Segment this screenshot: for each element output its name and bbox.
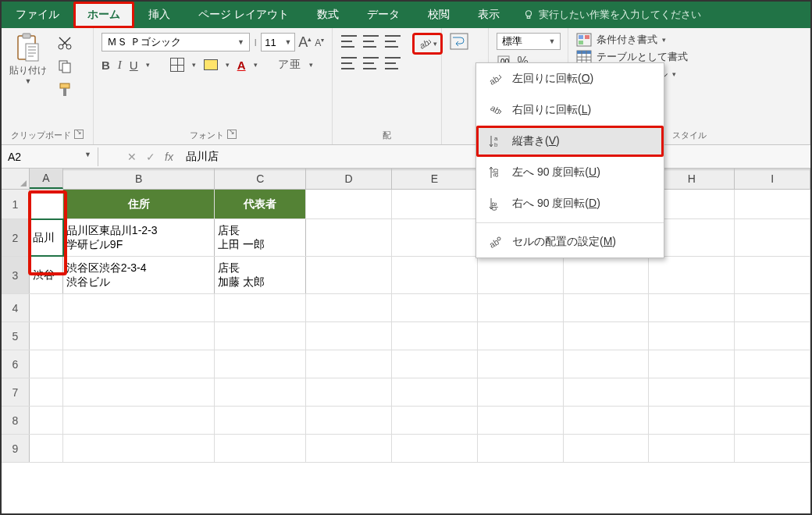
row-header-3[interactable]: 3: [2, 257, 30, 293]
cell-i8[interactable]: [735, 407, 810, 434]
cell-d9[interactable]: [306, 435, 392, 462]
cell-d1[interactable]: [306, 190, 392, 218]
wrap-text-button[interactable]: [450, 33, 480, 50]
italic-button[interactable]: I: [118, 59, 122, 72]
col-header-b[interactable]: B: [63, 169, 215, 189]
cell-d8[interactable]: [306, 407, 392, 434]
cell-b1[interactable]: 住所: [63, 190, 215, 218]
copy-button[interactable]: [55, 56, 75, 76]
orientation-rotate-up[interactable]: ab 左へ 90 度回転(U): [476, 157, 664, 188]
cell-i3[interactable]: [735, 257, 810, 293]
cell-i9[interactable]: [735, 435, 810, 462]
number-format-combo[interactable]: 標準▼: [497, 33, 561, 50]
tell-me[interactable]: 実行したい作業を入力してください: [514, 2, 710, 28]
cell-f9[interactable]: [478, 435, 564, 462]
cell-c1[interactable]: 代表者: [215, 190, 306, 218]
cell-a7[interactable]: [30, 378, 63, 406]
cell-g3[interactable]: [564, 257, 650, 293]
font-color-button[interactable]: A: [237, 59, 246, 72]
font-dialog-launcher[interactable]: [227, 130, 237, 139]
cell-c8[interactable]: [215, 407, 306, 434]
tab-file[interactable]: ファイル: [2, 2, 73, 28]
cell-b4[interactable]: [63, 294, 215, 321]
cancel-formula-icon[interactable]: ✕: [127, 151, 137, 163]
cell-c2[interactable]: 店長上田 一郎: [215, 219, 306, 256]
cell-d5[interactable]: [306, 322, 392, 350]
cell-d3[interactable]: [306, 257, 392, 293]
tab-insert[interactable]: 挿入: [134, 2, 184, 28]
format-painter-button[interactable]: [55, 80, 75, 100]
tab-data[interactable]: データ: [353, 2, 414, 28]
orientation-vertical[interactable]: ab 縦書き(V): [476, 126, 664, 157]
cell-i1[interactable]: [735, 190, 810, 218]
tab-home[interactable]: ホーム: [73, 2, 134, 28]
phonetic-button[interactable]: ア亜: [278, 58, 301, 72]
paste-button[interactable]: 貼り付け ▼: [9, 33, 47, 85]
cell-f4[interactable]: [478, 294, 564, 321]
cell-f5[interactable]: [478, 322, 564, 350]
name-box[interactable]: A2▼: [2, 147, 98, 166]
col-header-e[interactable]: E: [392, 169, 478, 189]
cell-a5[interactable]: [30, 322, 63, 350]
row-header-8[interactable]: 8: [2, 407, 30, 434]
cell-e2[interactable]: [392, 219, 478, 256]
cell-h8[interactable]: [649, 407, 735, 434]
orientation-format-cells[interactable]: ab セルの配置の設定(M): [476, 226, 664, 258]
cell-e3[interactable]: [392, 257, 478, 293]
cell-d6[interactable]: [306, 350, 392, 378]
font-size-combo[interactable]: 11▼: [261, 33, 295, 52]
cell-c7[interactable]: [215, 378, 306, 406]
cell-i2[interactable]: [735, 219, 810, 256]
cell-g9[interactable]: [564, 435, 650, 462]
cell-a2[interactable]: 品川: [30, 219, 63, 256]
tab-review[interactable]: 校閲: [414, 2, 464, 28]
fill-color-button[interactable]: [204, 59, 218, 70]
increase-font-icon[interactable]: A▴: [298, 34, 312, 51]
cut-button[interactable]: [55, 33, 75, 53]
cell-b2[interactable]: 品川区東品川1-2-3学研ビル9F: [63, 219, 215, 256]
tab-formulas[interactable]: 数式: [303, 2, 353, 28]
cell-b6[interactable]: [63, 350, 215, 378]
clipboard-dialog-launcher[interactable]: [74, 130, 84, 139]
underline-button[interactable]: U: [130, 59, 138, 72]
cell-h7[interactable]: [649, 378, 735, 406]
cell-a6[interactable]: [30, 350, 63, 378]
cell-i7[interactable]: [735, 378, 810, 406]
col-header-d[interactable]: D: [306, 169, 392, 189]
cell-b9[interactable]: [63, 435, 215, 462]
orientation-button[interactable]: ab ▾: [412, 33, 443, 55]
cell-e8[interactable]: [392, 407, 478, 434]
cell-b5[interactable]: [63, 322, 215, 350]
row-header-1[interactable]: 1: [2, 190, 30, 218]
cell-h6[interactable]: [649, 350, 735, 378]
row-header-2[interactable]: 2: [2, 219, 30, 256]
col-header-a[interactable]: A: [30, 169, 63, 189]
cell-h3[interactable]: [649, 257, 735, 293]
cell-g4[interactable]: [564, 294, 650, 321]
orientation-ccw[interactable]: ab 左回りに回転(O): [476, 63, 664, 94]
cell-a4[interactable]: [30, 294, 63, 321]
select-all-corner[interactable]: [2, 169, 30, 189]
cell-a3[interactable]: 渋谷: [30, 257, 63, 293]
font-name-combo[interactable]: ＭＳ Ｐゴシック▼: [102, 33, 250, 52]
cell-b3[interactable]: 渋谷区渋谷2-3-4渋谷ビル: [63, 257, 215, 293]
cell-c3[interactable]: 店長加藤 太郎: [215, 257, 306, 293]
enter-formula-icon[interactable]: ✓: [146, 151, 155, 163]
conditional-formatting-button[interactable]: 条件付き書式▾: [576, 33, 802, 47]
cell-f3[interactable]: [478, 257, 564, 293]
cell-h4[interactable]: [649, 294, 735, 321]
cell-g8[interactable]: [564, 407, 650, 434]
cell-e5[interactable]: [392, 322, 478, 350]
cell-g6[interactable]: [564, 350, 650, 378]
row-header-4[interactable]: 4: [2, 294, 30, 321]
cell-d2[interactable]: [306, 219, 392, 256]
cell-i5[interactable]: [735, 322, 810, 350]
row-header-6[interactable]: 6: [2, 350, 30, 378]
cell-a8[interactable]: [30, 407, 63, 434]
tab-view[interactable]: 表示: [464, 2, 514, 28]
cell-e1[interactable]: [392, 190, 478, 218]
cell-c4[interactable]: [215, 294, 306, 321]
cell-a1[interactable]: [30, 190, 63, 218]
cell-e9[interactable]: [392, 435, 478, 462]
row-header-5[interactable]: 5: [2, 322, 30, 350]
